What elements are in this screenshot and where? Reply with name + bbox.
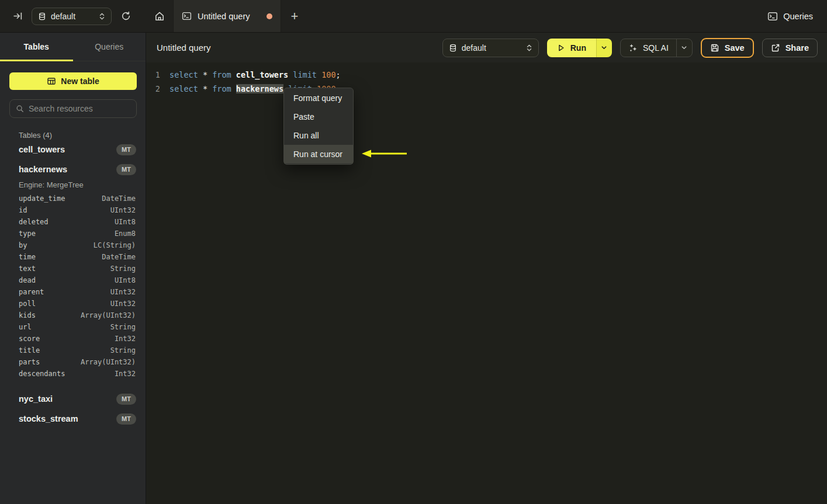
menu-item-run-all[interactable]: Run all — [284, 126, 353, 145]
column-row[interactable]: deletedUInt8 — [0, 216, 146, 228]
terminal-icon — [182, 11, 192, 21]
column-row[interactable]: byLC(String) — [0, 239, 146, 251]
column-name: title — [19, 346, 40, 354]
column-type: Int32 — [115, 335, 136, 343]
sidebar-tab-tables[interactable]: Tables — [0, 33, 73, 61]
column-row[interactable]: scoreInt32 — [0, 333, 146, 345]
query-title: Untitled query — [157, 43, 211, 53]
content-header: Untitled query default — [146, 33, 827, 62]
column-type: UInt32 — [110, 288, 136, 296]
sql-ai-button[interactable]: SQL AI — [621, 39, 676, 57]
run-label: Run — [570, 43, 586, 53]
column-row[interactable]: idUInt32 — [0, 204, 146, 216]
floppy-icon — [710, 43, 719, 53]
column-row[interactable]: pollUInt32 — [0, 298, 146, 310]
topbar: default — [0, 0, 827, 33]
queries-button-label: Queries — [783, 12, 813, 21]
column-row[interactable]: parentUInt32 — [0, 286, 146, 298]
database-selector[interactable]: default — [442, 39, 539, 57]
table-row-stocks-stream[interactable]: stocks_stream MT — [0, 409, 146, 429]
column-row[interactable]: kidsArray(UInt32) — [0, 310, 146, 321]
column-name: url — [19, 323, 32, 331]
sql-token: * — [203, 70, 212, 79]
column-type: DateTime — [102, 194, 136, 203]
column-row[interactable]: update_timeDateTime — [0, 193, 146, 204]
sql-token: cell_towers — [236, 70, 288, 79]
table-row-hackernews[interactable]: hackernews MT — [0, 159, 146, 179]
column-type: Array(UInt32) — [81, 358, 136, 366]
table-name: stocks_stream — [19, 414, 78, 423]
tab-untitled-query[interactable]: Untitled query — [173, 0, 281, 32]
sql-token: select — [169, 84, 203, 93]
save-button[interactable]: Save — [701, 38, 754, 58]
column-name: type — [19, 230, 36, 238]
column-type: DateTime — [102, 253, 136, 261]
column-row[interactable]: descendantsInt32 — [0, 368, 146, 380]
column-name: text — [19, 265, 36, 273]
column-row[interactable]: typeEnum8 — [0, 228, 146, 239]
play-icon — [557, 44, 565, 52]
chevron-updown-icon — [526, 44, 532, 52]
column-type: UInt32 — [110, 206, 136, 214]
column-row[interactable]: partsArray(UInt32) — [0, 356, 146, 368]
column-row[interactable]: timeDateTime — [0, 251, 146, 263]
new-table-button[interactable]: New table — [9, 72, 137, 90]
sql-token: ; — [336, 70, 341, 79]
run-options-button[interactable] — [596, 39, 612, 57]
queries-button[interactable]: Queries — [767, 11, 813, 22]
column-row[interactable]: urlString — [0, 321, 146, 333]
column-type: String — [110, 265, 136, 273]
code-line-1[interactable]: 1 select * from cell_towers limit 100; — [146, 68, 827, 82]
topbar-right: Queries — [767, 0, 827, 32]
engine-badge: MT — [116, 164, 136, 175]
save-label: Save — [725, 43, 745, 53]
run-button[interactable]: Run — [547, 39, 596, 57]
code-line-2[interactable]: 2 select * from hackernews limit 1000 — [146, 82, 827, 96]
menu-item-run-at-cursor[interactable]: Run at cursor — [284, 145, 353, 164]
refresh-icon — [121, 11, 131, 21]
column-name: time — [19, 253, 36, 261]
column-name: update_time — [19, 194, 65, 203]
column-row[interactable]: deadUInt8 — [0, 274, 146, 286]
database-selector-value: default — [51, 12, 94, 21]
column-name: id — [19, 206, 27, 214]
column-type: Int32 — [115, 370, 136, 378]
external-link-icon — [771, 43, 780, 53]
menu-item-paste[interactable]: Paste — [284, 107, 353, 126]
column-name: score — [19, 335, 40, 343]
search-box — [9, 99, 137, 118]
share-label: Share — [786, 43, 809, 53]
sql-token-selected: hackernews — [236, 84, 283, 93]
sidebar-tab-queries[interactable]: Queries — [73, 33, 146, 61]
column-name: parent — [19, 288, 44, 296]
share-button[interactable]: Share — [762, 39, 818, 57]
database-selector[interactable]: default — [32, 8, 112, 25]
terminal-icon — [767, 11, 778, 22]
engine-badge: MT — [116, 144, 136, 155]
column-name: poll — [19, 300, 36, 308]
menu-item-format-query[interactable]: Format query — [284, 89, 353, 107]
home-button[interactable] — [146, 0, 173, 32]
table-row-nyc-taxi[interactable]: nyc_taxi MT — [0, 389, 146, 409]
tab-strip: Untitled query + — [146, 0, 308, 32]
sql-token: select — [169, 70, 203, 79]
column-name: descendants — [19, 370, 65, 378]
search-input[interactable] — [29, 104, 130, 113]
table-row-cell-towers[interactable]: cell_towers MT — [0, 140, 146, 159]
hackernews-columns: update_timeDateTime idUInt32 deletedUInt… — [0, 193, 146, 380]
refresh-button[interactable] — [117, 8, 134, 25]
sql-ai-label: SQL AI — [643, 43, 669, 53]
new-tab-button[interactable]: + — [281, 0, 308, 32]
chevron-down-icon — [681, 44, 687, 51]
sql-ai-options-button[interactable] — [676, 39, 692, 57]
column-type: UInt8 — [115, 276, 136, 284]
column-type: UInt32 — [110, 300, 136, 308]
table-grid-icon — [47, 77, 56, 86]
header-controls: default Run — [442, 38, 818, 58]
sql-editor[interactable]: 1 select * from cell_towers limit 100; 2… — [146, 62, 827, 504]
column-type: String — [110, 346, 136, 354]
column-row[interactable]: textString — [0, 263, 146, 274]
chevron-down-icon — [601, 44, 607, 51]
column-row[interactable]: titleString — [0, 345, 146, 356]
collapse-sidebar-button[interactable] — [9, 8, 26, 25]
